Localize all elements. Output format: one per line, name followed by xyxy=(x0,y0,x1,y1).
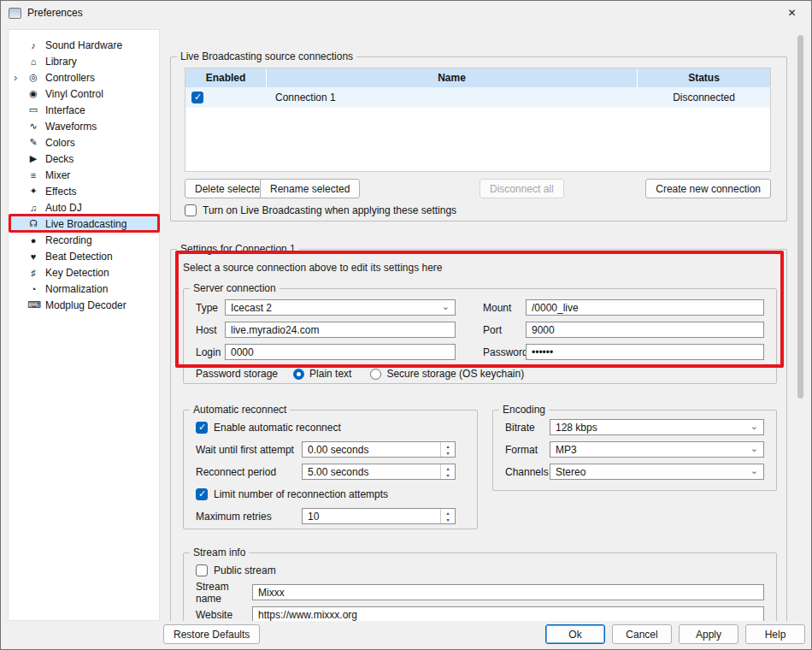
sidebar-item-normalization[interactable]: ◔ Normalization xyxy=(9,281,159,297)
website-row: Website xyxy=(196,606,764,621)
password-label: Password xyxy=(461,346,521,358)
format-row: Format MP3 xyxy=(505,441,764,458)
sidebar-item-label: Colors xyxy=(45,137,75,149)
sidebar-item-label: Decks xyxy=(45,153,74,165)
sidebar-item-label: Mixer xyxy=(45,169,70,181)
reconnect-period-spinbox[interactable]: 5.00 seconds xyxy=(302,464,456,480)
column-header-status[interactable]: Status xyxy=(638,68,770,87)
cancel-button[interactable]: Cancel xyxy=(612,624,672,644)
encoding-groupbox: Encoding Bitrate 128 kbps Format MP3 xyxy=(492,410,777,491)
sidebar-item-decks[interactable]: ▶ Decks xyxy=(9,151,159,167)
stream-name-input[interactable] xyxy=(252,584,764,600)
port-input[interactable] xyxy=(526,322,764,338)
main-panel: Live Broadcasting source connections Ena… xyxy=(163,29,795,621)
sidebar-item-key-detection[interactable]: ♯ Key Detection xyxy=(9,264,159,281)
password-input[interactable] xyxy=(526,344,764,360)
disconnect-all-button: Disconnect all xyxy=(480,179,564,198)
column-header-enabled[interactable]: Enabled xyxy=(185,68,267,87)
titlebar: Preferences ✕ xyxy=(1,1,811,25)
channels-label: Channels xyxy=(505,466,550,478)
mixer-icon: ≡ xyxy=(27,170,39,180)
sidebar-item-modplug-decoder[interactable]: ⌨ Modplug Decoder xyxy=(9,297,159,313)
cell-enabled xyxy=(185,92,267,103)
spin-up-icon[interactable] xyxy=(441,464,455,472)
sidebar-item-label: Normalization xyxy=(45,283,108,295)
format-select-value: MP3 xyxy=(556,444,577,456)
restore-defaults-button[interactable]: Restore Defaults xyxy=(163,624,260,644)
rename-selected-button[interactable]: Rename selected xyxy=(260,179,360,198)
sidebar-item-effects[interactable]: ✦ Effects xyxy=(9,183,159,199)
connections-group-title: Live Broadcasting source connections xyxy=(177,50,356,62)
expand-chevron-icon[interactable]: › xyxy=(14,71,17,84)
spin-down-icon[interactable] xyxy=(441,450,455,458)
sidebar-item-colors[interactable]: ✎ Colors xyxy=(9,134,159,151)
connections-table: Enabled Name Status Connection 1 Disconn… xyxy=(185,68,771,172)
scrollbar-thumb[interactable] xyxy=(797,35,803,399)
sidebar-item-beat-detection[interactable]: ♥ Beat Detection xyxy=(9,248,159,264)
spin-up-icon[interactable] xyxy=(441,442,455,450)
settings-hint-text: Select a source connection above to edit… xyxy=(183,262,443,274)
spin-down-icon[interactable] xyxy=(441,517,455,524)
close-button[interactable]: ✕ xyxy=(773,1,811,25)
channels-row: Channels Stereo xyxy=(505,464,764,480)
limit-attempts-checkbox[interactable] xyxy=(196,488,208,500)
bitrate-select[interactable]: 128 kbps xyxy=(550,419,764,435)
sidebar-item-recording[interactable]: ● Recording xyxy=(9,232,159,248)
sidebar-item-mixer[interactable]: ≡ Mixer xyxy=(9,167,159,183)
format-select[interactable]: MP3 xyxy=(550,441,764,458)
settings-group-title: Settings for Connection 1 xyxy=(177,243,299,255)
reconnect-period-value: 5.00 seconds xyxy=(303,464,440,479)
turn-on-broadcasting-checkbox[interactable] xyxy=(185,204,197,216)
table-row[interactable]: Connection 1 Disconnected xyxy=(185,87,770,108)
channels-select-value: Stereo xyxy=(556,466,585,478)
enable-reconnect-row: Enable automatic reconnect xyxy=(196,419,465,435)
chevron-down-icon xyxy=(750,420,758,432)
cell-status: Disconnected xyxy=(638,92,770,103)
website-input[interactable] xyxy=(252,606,764,621)
app-icon xyxy=(9,8,21,19)
column-header-name[interactable]: Name xyxy=(267,68,638,87)
vertical-scrollbar[interactable] xyxy=(795,29,806,621)
limit-attempts-label: Limit number of reconnection attempts xyxy=(214,488,388,500)
keyboard-icon: ⌨ xyxy=(27,299,39,310)
spin-up-icon[interactable] xyxy=(441,509,455,517)
type-select[interactable]: Icecast 2 xyxy=(225,299,456,316)
wait-first-attempt-label: Wait until first attempt xyxy=(196,444,302,456)
port-label: Port xyxy=(461,324,521,336)
channels-select[interactable]: Stereo xyxy=(550,464,764,480)
speaker-icon: ♪ xyxy=(27,40,39,50)
connection-enabled-checkbox[interactable] xyxy=(191,92,203,103)
mount-input[interactable] xyxy=(526,299,764,316)
spin-down-icon[interactable] xyxy=(441,472,455,480)
password-storage-row: Password storage Plain text Secure stora… xyxy=(184,368,776,380)
sidebar-item-live-broadcasting[interactable]: ☊ Live Broadcasting xyxy=(9,216,159,232)
login-label: Login xyxy=(196,346,220,358)
server-connection-form: Type Icecast 2 Mount Host Port Login Pas… xyxy=(184,289,776,360)
sidebar-item-label: Effects xyxy=(45,186,76,198)
secure-storage-radio[interactable] xyxy=(370,369,381,380)
help-button[interactable]: Help xyxy=(745,624,805,644)
automatic-reconnect-title: Automatic reconnect xyxy=(190,404,290,416)
host-input[interactable] xyxy=(225,322,456,338)
maximum-retries-spinbox[interactable]: 10 xyxy=(302,508,456,524)
server-connection-groupbox: Server connection Type Icecast 2 Mount H… xyxy=(183,288,777,384)
sidebar-item-auto-dj[interactable]: ♫ Auto DJ xyxy=(9,199,159,216)
sidebar-item-controllers[interactable]: › ◎ Controllers xyxy=(9,69,159,86)
plain-text-radio[interactable] xyxy=(293,369,304,380)
sidebar-item-label: Beat Detection xyxy=(45,251,113,263)
sidebar-item-sound-hardware[interactable]: ♪ Sound Hardware xyxy=(9,37,159,53)
website-label: Website xyxy=(196,609,252,621)
create-new-connection-button[interactable]: Create new connection xyxy=(645,179,771,198)
sidebar-item-waveforms[interactable]: ∿ Waveforms xyxy=(9,118,159,134)
sidebar-item-label: Waveforms xyxy=(45,121,97,133)
login-input[interactable] xyxy=(225,344,456,360)
server-connection-title: Server connection xyxy=(190,282,279,294)
wait-first-attempt-spinbox[interactable]: 0.00 seconds xyxy=(302,441,456,458)
sidebar-item-interface[interactable]: ▭ Interface xyxy=(9,102,159,118)
sidebar-item-library[interactable]: ⌂ Library xyxy=(9,53,159,69)
apply-button[interactable]: Apply xyxy=(679,624,738,644)
ok-button[interactable]: Ok xyxy=(545,624,605,644)
sidebar-item-vinyl-control[interactable]: ◉ Vinyl Control xyxy=(9,86,159,102)
public-stream-checkbox[interactable] xyxy=(196,564,208,576)
enable-reconnect-checkbox[interactable] xyxy=(196,422,208,434)
